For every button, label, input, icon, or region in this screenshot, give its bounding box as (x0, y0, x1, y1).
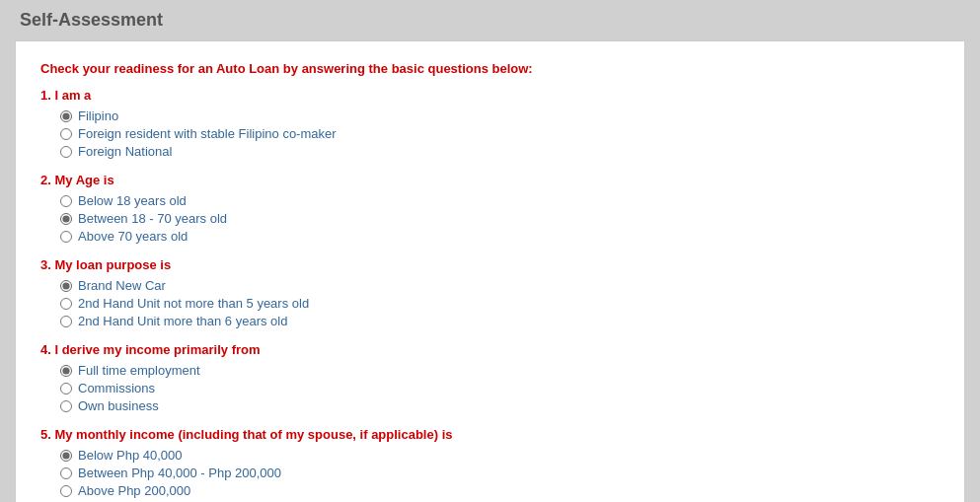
option-label: 2nd Hand Unit more than 6 years old (78, 314, 287, 328)
radio-4-2[interactable] (60, 383, 72, 394)
options-list-4: Full time employmentCommissionsOwn busin… (40, 363, 940, 413)
options-list-5: Below Php 40,000Between Php 40,000 - Php… (40, 448, 940, 498)
list-item: 2nd Hand Unit not more than 5 years old (60, 296, 940, 311)
option-label: Commissions (78, 381, 155, 395)
list-item: Commissions (60, 381, 940, 395)
list-item: Foreign resident with stable Filipino co… (60, 126, 940, 141)
list-item: Below Php 40,000 (60, 448, 940, 463)
list-item: Between 18 - 70 years old (60, 211, 940, 226)
question-block-5: 5. My monthly income (including that of … (40, 427, 940, 498)
option-label: Brand New Car (78, 278, 166, 293)
option-label: Above 70 years old (78, 229, 188, 244)
intro-text: Check your readiness for an Auto Loan by… (40, 61, 940, 76)
option-label: Above Php 200,000 (78, 483, 190, 498)
list-item: Above 70 years old (60, 229, 940, 244)
assessment-card: Check your readiness for an Auto Loan by… (15, 40, 965, 502)
list-item: 2nd Hand Unit more than 6 years old (60, 314, 940, 328)
radio-1-3[interactable] (60, 146, 72, 158)
option-label: Full time employment (78, 363, 200, 378)
option-label: Foreign National (78, 144, 172, 159)
list-item: Between Php 40,000 - Php 200,000 (60, 466, 940, 480)
question-label-2: 2. My Age is (40, 173, 940, 187)
list-item: Foreign National (60, 144, 940, 159)
radio-4-1[interactable] (60, 365, 72, 377)
options-list-2: Below 18 years oldBetween 18 - 70 years … (40, 193, 940, 244)
radio-3-2[interactable] (60, 298, 72, 310)
option-label: Below 18 years old (78, 193, 187, 208)
options-list-1: FilipinoForeign resident with stable Fil… (40, 108, 940, 159)
option-label: Below Php 40,000 (78, 448, 183, 463)
list-item: Filipino (60, 108, 940, 123)
list-item: Above Php 200,000 (60, 483, 940, 498)
question-block-1: 1. I am aFilipinoForeign resident with s… (40, 88, 940, 159)
page-title: Self-Assessment (15, 10, 965, 31)
list-item: Own business (60, 398, 940, 413)
question-label-5: 5. My monthly income (including that of … (40, 427, 940, 442)
list-item: Brand New Car (60, 278, 940, 293)
radio-2-2[interactable] (60, 213, 72, 225)
radio-3-1[interactable] (60, 280, 72, 292)
radio-2-3[interactable] (60, 231, 72, 243)
list-item: Full time employment (60, 363, 940, 378)
option-label: Foreign resident with stable Filipino co… (78, 126, 337, 141)
radio-1-1[interactable] (60, 110, 72, 122)
radio-1-2[interactable] (60, 128, 72, 140)
option-label: Own business (78, 398, 159, 413)
option-label: 2nd Hand Unit not more than 5 years old (78, 296, 309, 311)
list-item: Below 18 years old (60, 193, 940, 208)
question-block-3: 3. My loan purpose isBrand New Car2nd Ha… (40, 257, 940, 328)
option-label: Between Php 40,000 - Php 200,000 (78, 466, 281, 480)
questions-container: 1. I am aFilipinoForeign resident with s… (40, 88, 940, 498)
question-block-4: 4. I derive my income primarily fromFull… (40, 342, 940, 413)
radio-3-3[interactable] (60, 316, 72, 327)
options-list-3: Brand New Car2nd Hand Unit not more than… (40, 278, 940, 328)
question-label-3: 3. My loan purpose is (40, 257, 940, 272)
question-label-1: 1. I am a (40, 88, 940, 103)
radio-5-3[interactable] (60, 485, 72, 497)
question-label-4: 4. I derive my income primarily from (40, 342, 940, 357)
radio-4-3[interactable] (60, 400, 72, 412)
question-block-2: 2. My Age isBelow 18 years oldBetween 18… (40, 173, 940, 244)
radio-2-1[interactable] (60, 195, 72, 207)
page-wrapper: Self-Assessment Check your readiness for… (0, 0, 980, 502)
radio-5-1[interactable] (60, 450, 72, 462)
option-label: Filipino (78, 108, 118, 123)
option-label: Between 18 - 70 years old (78, 211, 227, 226)
radio-5-2[interactable] (60, 467, 72, 479)
